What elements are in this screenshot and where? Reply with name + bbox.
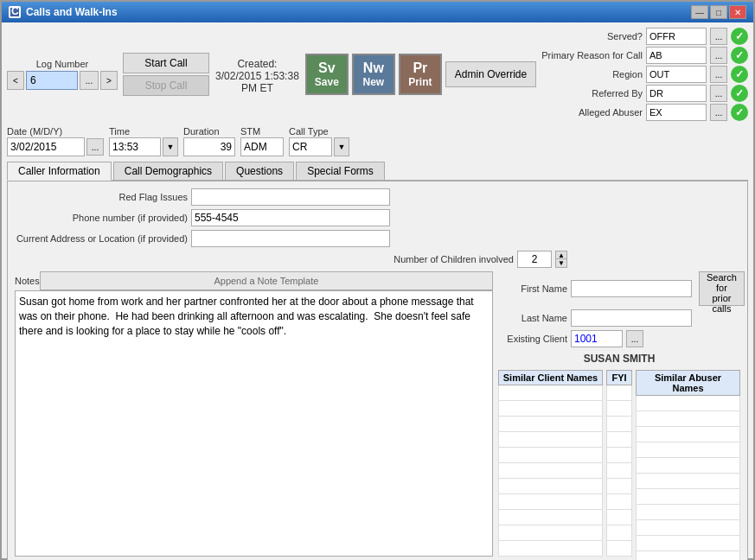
alleged-abuser-input[interactable] [646, 104, 707, 121]
log-input[interactable] [26, 71, 78, 90]
window-title: Calls and Walk-Ins [26, 6, 118, 18]
region-dots-button[interactable]: ... [710, 66, 727, 83]
spinner-up-button[interactable]: ▲ [555, 251, 567, 259]
time-label: Time [109, 126, 178, 137]
stm-group: STM [240, 126, 284, 156]
served-check-icon: ✓ [731, 28, 748, 45]
tab-special-forms[interactable]: Special Forms [296, 162, 385, 180]
calltype-input[interactable] [289, 137, 332, 156]
fyi-row-5 [606, 448, 632, 463]
address-row: Current Address or Location (if provided… [15, 230, 740, 247]
new-button[interactable]: Nw New [352, 54, 395, 95]
log-prev-button[interactable]: < [7, 71, 24, 90]
tab-caller-information[interactable]: Caller Information [7, 162, 112, 181]
last-name-input[interactable] [571, 309, 692, 327]
similar-client-row-9 [498, 510, 603, 525]
svg-text:C: C [11, 8, 19, 16]
log-next-button[interactable]: > [100, 71, 118, 90]
stop-call-button[interactable]: Stop Call [123, 75, 209, 96]
tab-call-demographics[interactable]: Call Demographics [113, 162, 223, 180]
existing-client-dots-button[interactable]: ... [626, 330, 643, 347]
minimize-button[interactable]: — [691, 5, 708, 19]
similar-abuser-row-1 [636, 396, 740, 411]
tabs: Caller Information Call Demographics Que… [7, 162, 748, 181]
served-input[interactable] [646, 28, 707, 45]
num-children-label: Number of Children involved [393, 254, 514, 264]
calltype-dropdown-button[interactable]: ▼ [334, 137, 349, 156]
fyi-row-6 [606, 463, 632, 479]
region-input[interactable] [646, 66, 707, 83]
duration-input[interactable] [183, 137, 235, 156]
search-prior-button[interactable]: Search for prior calls [699, 271, 745, 306]
similar-clients-header: Similar Client Names [498, 370, 603, 385]
app-icon: C [9, 6, 21, 18]
first-name-input[interactable] [571, 280, 692, 297]
region-row: Region ... ✓ [541, 66, 748, 83]
primary-reason-check-icon: ✓ [731, 47, 748, 64]
fyi-row-8 [606, 494, 632, 510]
top-bar: Log Number < ... > Start Call Stop Call … [7, 28, 748, 121]
right-fields: Served? ... ✓ Primary Reason for Call ..… [541, 28, 748, 121]
alleged-abuser-dots-button[interactable]: ... [710, 104, 727, 121]
start-call-button[interactable]: Start Call [123, 53, 209, 73]
date-group: Date (M/D/Y) ... [7, 126, 104, 156]
call-buttons: Start Call Stop Call [123, 53, 209, 96]
red-flag-input[interactable] [191, 188, 390, 206]
tab-container: Caller Information Call Demographics Que… [7, 162, 748, 560]
similar-abuser-row-11 [636, 551, 740, 560]
primary-reason-input[interactable] [646, 47, 707, 64]
num-children-input[interactable] [517, 251, 552, 268]
time-input[interactable] [109, 137, 161, 156]
phone-input[interactable] [191, 209, 390, 226]
referred-by-input[interactable] [646, 85, 707, 102]
similar-clients-col: Similar Client Names [498, 370, 603, 560]
primary-reason-dots-button[interactable]: ... [710, 47, 727, 64]
tab-questions[interactable]: Questions [225, 162, 294, 180]
served-label: Served? [547, 31, 643, 41]
date-input[interactable] [7, 137, 85, 156]
fyi-row-9 [606, 510, 632, 525]
save-button[interactable]: Sv Save [305, 54, 349, 95]
notes-area: Notes Append a Note Template Susan got h… [15, 271, 493, 557]
last-name-label: Last Name [498, 313, 567, 323]
fyi-row-3 [606, 417, 632, 432]
referred-by-dots-button[interactable]: ... [710, 85, 727, 102]
similar-client-row-7 [498, 479, 603, 494]
similar-client-row-10 [498, 525, 603, 541]
similar-client-row-4 [498, 432, 603, 448]
time-dropdown-button[interactable]: ▼ [163, 137, 178, 156]
first-name-label: First Name [498, 283, 567, 294]
stm-input[interactable] [240, 137, 284, 156]
print-button[interactable]: Pr Print [399, 54, 442, 95]
similar-client-row-11 [498, 541, 603, 557]
close-button[interactable]: ✕ [729, 5, 746, 19]
maximize-button[interactable]: □ [710, 5, 727, 19]
spinner-down-button[interactable]: ▼ [555, 259, 567, 268]
print-icon-text: Pr [413, 60, 427, 76]
region-check-icon: ✓ [731, 66, 748, 83]
fyi-row-10 [606, 525, 632, 541]
referred-by-row: Referred By ... ✓ [541, 85, 748, 102]
served-dots-button[interactable]: ... [710, 28, 727, 45]
notes-textarea[interactable]: Susan got home from work and her partner… [15, 290, 493, 557]
tab-content: Red Flag Issues Phone number (if provide… [7, 181, 748, 560]
append-note-button[interactable]: Append a Note Template [40, 271, 493, 290]
action-buttons: Sv Save Nw New Pr Print Admin Override [305, 54, 536, 95]
date-dots-button[interactable]: ... [86, 138, 104, 156]
fyi-row-4 [606, 432, 632, 448]
time-group: Time ▼ [109, 126, 178, 156]
alleged-abuser-row: Alleged Abuser ... ✓ [541, 104, 748, 121]
existing-client-input[interactable] [571, 330, 623, 347]
served-row: Served? ... ✓ [541, 28, 748, 45]
save-label: Save [315, 76, 339, 88]
referred-by-check-icon: ✓ [731, 85, 748, 102]
phone-label: Phone number (if provided) [15, 213, 188, 223]
admin-override-button[interactable]: Admin Override [445, 61, 536, 87]
date-label: Date (M/D/Y) [7, 126, 104, 137]
similar-abuser-row-5 [636, 458, 740, 474]
similar-client-row-1 [498, 385, 603, 401]
similar-client-row-6 [498, 463, 603, 479]
calltype-group: Call Type ▼ [289, 126, 349, 156]
address-input[interactable] [191, 230, 390, 247]
log-dots-button[interactable]: ... [80, 71, 99, 90]
